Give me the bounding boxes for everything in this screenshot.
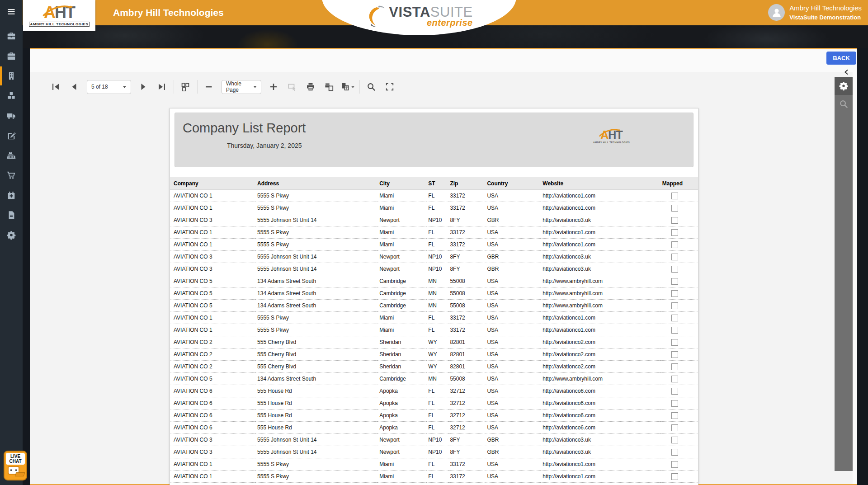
mapped-checkbox[interactable] [671, 363, 678, 370]
mapped-checkbox[interactable] [671, 290, 678, 297]
mapped-checkbox[interactable] [671, 376, 678, 382]
mapped-checkbox[interactable] [671, 241, 678, 248]
page-select[interactable]: 5 of 18 [87, 80, 131, 94]
mapped-checkbox[interactable] [671, 437, 678, 443]
print-button[interactable] [303, 79, 318, 95]
sidebar-item-edit[interactable] [0, 126, 23, 146]
sidebar-item-cash-register[interactable] [0, 146, 23, 165]
cubes-icon [6, 91, 16, 101]
column-header-country: Country [485, 177, 541, 190]
mapped-checkbox[interactable] [671, 302, 678, 309]
parameters-button[interactable] [835, 77, 853, 95]
table-row: AVIATION CO 15555 S PkwyMiamiFL33172USAh… [170, 202, 698, 214]
multi-page-icon [181, 82, 190, 91]
column-header-city: City [377, 177, 426, 190]
user-menu[interactable]: Ambry Hill Technologies VistaSuite Demon… [768, 4, 862, 21]
first-page-button[interactable] [48, 79, 63, 95]
mapped-checkbox[interactable] [671, 193, 678, 199]
cash-register-icon [6, 151, 16, 160]
last-page-button[interactable] [154, 79, 170, 95]
sidebar-item-briefcase2[interactable] [0, 46, 23, 66]
column-header-address: Address [255, 177, 377, 190]
live-chat-widget[interactable]: LIVE CHAT [4, 451, 27, 480]
mapped-checkbox[interactable] [671, 339, 678, 346]
zoom-in-button[interactable] [266, 79, 281, 95]
table-row: AVIATION CO 15555 S PkwyMiamiFL33172USAh… [170, 324, 698, 336]
sidebar-item-document[interactable] [0, 205, 23, 225]
mapped-checkbox[interactable] [671, 351, 678, 358]
sidebar-item-building[interactable] [0, 66, 23, 86]
search-rail-button[interactable] [835, 95, 853, 113]
mapped-checkbox[interactable] [671, 315, 678, 321]
table-row: AVIATION CO 15555 S PkwyMiamiFL33172USAh… [170, 239, 698, 251]
report-viewer: 5 of 18Whole Page Company List Report Th… [30, 72, 853, 484]
mapped-checkbox[interactable] [671, 449, 678, 456]
mapped-checkbox[interactable] [671, 388, 678, 395]
mapped-checkbox[interactable] [671, 327, 678, 334]
report-header: Company List Report Thursday, January 2,… [175, 113, 693, 167]
report-date: Thursday, January 2, 2025 [227, 142, 302, 149]
sidebar-item-cubes[interactable] [0, 86, 23, 106]
prev-page-icon [70, 82, 79, 91]
table-row: AVIATION CO 2555 Cherry BlvdSheridanWY82… [170, 336, 698, 348]
company-logo[interactable]: AHT AMBRY HILL TECHNOLOGIES [23, 0, 95, 31]
mapped-checkbox[interactable] [671, 229, 678, 236]
sidebar-item-truck[interactable] [0, 106, 23, 126]
column-header-zip: Zip [448, 177, 485, 190]
table-row: AVIATION CO 35555 Johnson St Unit 14Newp… [170, 251, 698, 263]
prev-page-button[interactable] [66, 79, 82, 95]
viewer-toolbar: 5 of 18Whole Page [48, 78, 401, 96]
menu-button[interactable] [0, 0, 23, 24]
zoom-select[interactable]: Whole Page [222, 80, 261, 94]
avatar[interactable] [768, 4, 785, 21]
zoom-out-button[interactable] [201, 79, 217, 95]
report-logo: AHT AMBRY HILL TECHNOLOGIES [593, 129, 630, 144]
mapped-checkbox[interactable] [671, 254, 678, 260]
column-header-website: Website [541, 177, 660, 190]
table-row: AVIATION CO 15555 S PkwyMiamiFL33172USAh… [170, 312, 698, 324]
calendar-plus-icon [6, 190, 16, 200]
sidebar-item-calendar-plus[interactable] [0, 185, 23, 205]
export-icon [340, 82, 349, 91]
mapped-checkbox[interactable] [671, 412, 678, 419]
next-page-button[interactable] [136, 79, 151, 95]
caret-down-icon [123, 85, 127, 89]
gear-icon [6, 230, 16, 240]
sidebar-item-cart[interactable] [0, 165, 23, 185]
last-page-icon [157, 82, 166, 91]
mapped-checkbox[interactable] [671, 278, 678, 285]
mapped-checkbox[interactable] [671, 473, 678, 480]
mapped-checkbox[interactable] [671, 217, 678, 224]
table-row: AVIATION CO 6555 House RdApopkaFL32712US… [170, 410, 698, 422]
collapse-panel-chevron-icon[interactable] [844, 69, 849, 75]
briefcase-icon [6, 31, 16, 41]
column-header-st: ST [426, 177, 448, 190]
search-button[interactable] [363, 79, 379, 95]
caret-down-icon [253, 85, 257, 89]
page-title: Ambry Hill Technologies [113, 0, 224, 25]
table-row: AVIATION CO 6555 House RdApopkaFL32712US… [170, 385, 698, 397]
mapped-checkbox[interactable] [671, 461, 678, 468]
mapped-checkbox[interactable] [671, 400, 678, 407]
table-row: AVIATION CO 35555 Johnson St Unit 14Newp… [170, 446, 698, 458]
back-button[interactable]: BACK [826, 52, 856, 65]
table-row: AVIATION CO 15555 S PkwyMiamiFL33172USAh… [170, 458, 698, 471]
sidebar-item-briefcase[interactable] [0, 26, 23, 46]
print-icon [306, 82, 315, 91]
mapped-checkbox[interactable] [671, 424, 678, 431]
user-name: VistaSuite Demonstration [789, 14, 862, 21]
sidebar-item-gear[interactable] [0, 225, 23, 245]
right-rail [835, 77, 853, 471]
multi-page-button[interactable] [178, 79, 193, 95]
table-row: AVIATION CO 5134 Adams Street SouthCambr… [170, 373, 698, 385]
print-layout-button[interactable] [321, 79, 337, 95]
mapped-checkbox[interactable] [671, 266, 678, 273]
table-row: AVIATION CO 35555 Johnson St Unit 14Newp… [170, 214, 698, 226]
select-tool-button[interactable] [284, 79, 300, 95]
fullscreen-button[interactable] [382, 79, 397, 95]
menu-icon [7, 7, 16, 16]
cart-icon [6, 170, 16, 180]
mapped-checkbox[interactable] [671, 205, 678, 212]
user-org: Ambry Hill Technologies [789, 4, 862, 12]
export-button[interactable] [340, 79, 355, 95]
